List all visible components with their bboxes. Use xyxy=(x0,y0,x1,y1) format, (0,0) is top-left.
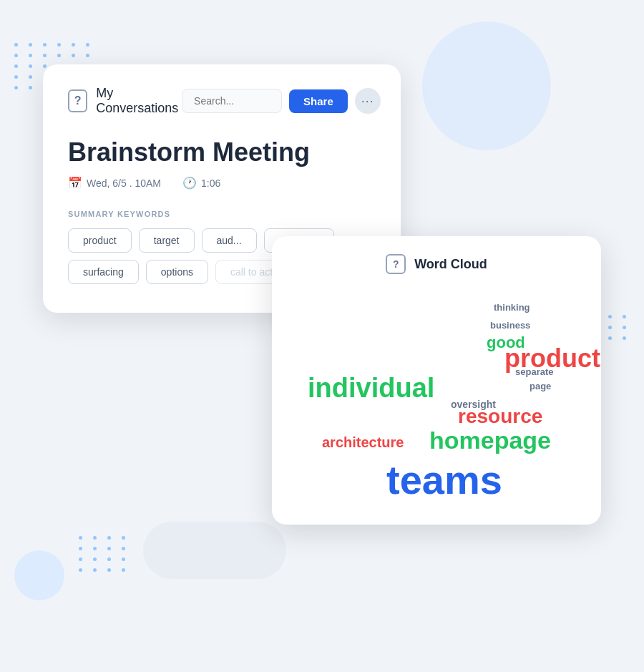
wc-word-teams: teams xyxy=(386,460,502,500)
word-cloud-header: ? Word Cloud xyxy=(293,254,580,274)
word-cloud-help-icon: ? xyxy=(386,254,406,274)
search-input[interactable] xyxy=(182,89,282,113)
wc-word-resource: resource xyxy=(458,406,542,427)
wc-word-thinking: thinking xyxy=(494,303,530,312)
keyword-product[interactable]: product xyxy=(68,228,132,253)
word-cloud-area: individualthinkingbusinessgoodproductove… xyxy=(293,288,580,503)
help-icon: ? xyxy=(68,89,87,112)
date-text: Wed, 6/5 . 10AM xyxy=(87,177,161,189)
time-text: 1:06 xyxy=(201,177,220,189)
more-options-button[interactable]: ··· xyxy=(355,88,381,114)
card-header: ? My Conversations Share ··· xyxy=(68,86,376,116)
word-cloud-card: ? Word Cloud individualthinkingbusinessg… xyxy=(272,236,601,525)
deco-circle-bottom-left xyxy=(14,550,64,600)
header-right: Share ··· xyxy=(182,88,381,114)
clock-icon: 🕐 xyxy=(182,176,197,190)
wc-word-business: business xyxy=(490,321,530,330)
deco-circle-top-right xyxy=(422,21,551,150)
deco-shadow-bar xyxy=(143,522,286,579)
wc-word-page: page xyxy=(530,381,551,391)
wc-word-architecture: architecture xyxy=(322,435,404,449)
conversations-title: My Conversations xyxy=(96,86,182,116)
wc-word-separate: separate xyxy=(515,367,553,376)
meeting-date: 📅 Wed, 6/5 . 10AM xyxy=(68,176,161,190)
meeting-meta: 📅 Wed, 6/5 . 10AM 🕐 1:06 xyxy=(68,176,376,190)
calendar-icon: 📅 xyxy=(68,176,82,190)
dot-grid-bottom-left xyxy=(79,536,129,572)
keywords-section-label: SUMMARY KEYWORDS xyxy=(68,210,376,218)
header-left: ? My Conversations xyxy=(68,86,182,116)
keyword-options[interactable]: options xyxy=(146,260,208,284)
keyword-target[interactable]: target xyxy=(139,228,195,253)
meeting-time: 🕐 1:06 xyxy=(182,176,220,190)
wc-word-individual: individual xyxy=(308,374,434,401)
meeting-title: Brainstorm Meeting xyxy=(68,137,376,167)
keyword-audience[interactable]: aud... xyxy=(202,228,257,253)
word-cloud-title: Word Cloud xyxy=(414,257,487,272)
share-button[interactable]: Share xyxy=(289,89,348,113)
wc-word-homepage: homepage xyxy=(429,428,551,452)
keyword-surfacing[interactable]: surfacing xyxy=(68,260,139,284)
